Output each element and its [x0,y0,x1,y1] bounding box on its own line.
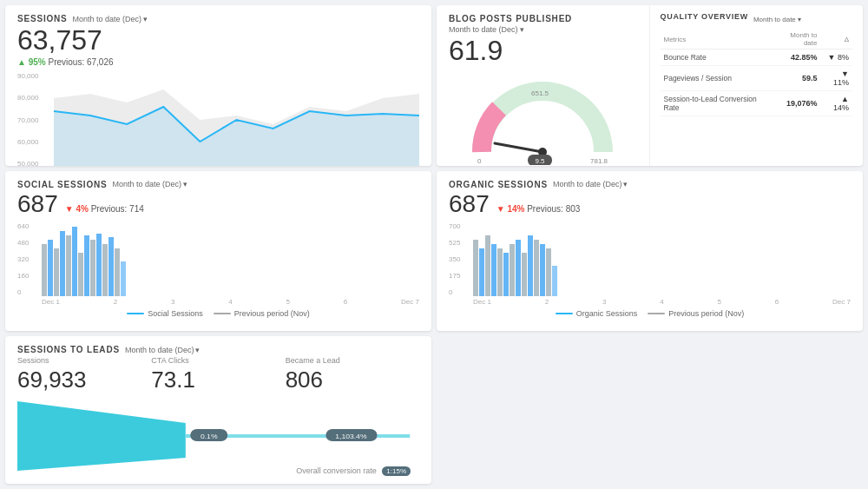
quality-overview: QUALITY OVERVIEW Month to date ▾ Metrics… [650,5,864,166]
leads-stat-cta: CTA Clicks 73.1 [151,356,285,393]
gauge-container: 0 781.8 651.5 9.5 [449,69,637,165]
funnel-area: 0.1% 1,103.4% Overall conversion rate 1:… [17,397,419,475]
organic-header: ORGANIC SESSIONS Month to date (Dec) ▾ [449,180,851,189]
blog-header: BLOG POSTS PUBLISHED [449,14,637,23]
social-stats: 687 4% Previous: 714 [17,191,419,220]
leads-sessions-label: Sessions [17,356,142,365]
social-legend: Social Sessions Previous period (Nov) [17,309,419,318]
conversion-badge: 1:15% [382,466,411,476]
col-delta: Δ [820,30,852,50]
legend-organic-sessions: Organic Sessions [556,309,638,318]
leads-card: SESSIONS TO LEADS Month to date (Dec) ▾ … [5,336,431,484]
organic-bars: 700 525 350 175 0 [449,222,851,296]
blog-left: BLOG POSTS PUBLISHED Month to date (Dec)… [437,5,650,166]
leads-cta-value: 73.1 [151,367,276,393]
svg-text:651.5: 651.5 [531,89,549,97]
social-pct: 4% [65,204,89,214]
social-card: SOCIAL SESSIONS Month to date (Dec) ▾ 68… [5,171,431,332]
organic-dropdown[interactable]: Month to date (Dec) ▾ [553,180,628,188]
social-bars: 640 480 320 160 0 [17,222,419,296]
leads-stat-sessions: Sessions 69,933 [17,356,151,393]
leads-cta-label: CTA Clicks [151,356,276,365]
organic-previous: Previous: 803 [527,204,580,214]
legend-social-sessions: Social Sessions [127,309,203,318]
organic-bar-groups [473,235,851,296]
sessions-change-pct: 95% [17,57,46,67]
sessions-y-axis: 90,000 80,000 70,000 60,000 50,000 [17,72,52,165]
organic-change: 14% Previous: 803 [496,204,581,214]
quality-table: Metrics Month to date Δ Bounce Rate 42.8… [661,30,853,116]
sessions-change: 95% Previous: 67,026 [17,57,419,67]
social-bar-groups [42,227,419,296]
leads-sessions-value: 69,933 [17,367,142,393]
legend-social-previous: Previous period (Nov) [214,309,310,318]
sessions-value: 63,757 [17,25,419,56]
quality-table-row: Pageviews / Session 59.5 ▼ 11% [661,66,853,91]
organic-value: 687 [449,191,490,218]
leads-became-value: 806 [286,367,411,393]
quality-table-row: Session-to-Lead Conversion Rate 19,076% … [661,91,853,116]
organic-y-axis: 700 525 350 175 0 [449,222,460,296]
sessions-card: SESSIONS Month to date (Dec) ▾ 63,757 95… [5,5,431,166]
sessions-previous: Previous: 67,026 [48,57,113,67]
col-value: Month to date [773,30,821,50]
sessions-chart-wrapper: 90,000 80,000 70,000 60,000 50,000 [17,72,419,165]
leads-header: SESSIONS TO LEADS Month to date (Dec) ▾ [17,345,419,354]
sessions-dropdown[interactable]: Month to date (Dec) ▾ [73,15,148,23]
blog-card: BLOG POSTS PUBLISHED Month to date (Dec)… [437,5,863,166]
organic-x-axis: Dec 1 2 3 4 5 6 Dec 7 [449,298,851,306]
organic-bar-chart: 700 525 350 175 0 Dec 1 2 3 4 5 6 Dec 7 [449,222,851,306]
social-dropdown[interactable]: Month to date (Dec) ▾ [113,180,188,188]
quality-table-row: Bounce Rate 42.85% ▼ 8% [661,50,853,66]
sessions-header: SESSIONS Month to date (Dec) ▾ [17,14,419,23]
blog-dropdown[interactable]: Month to date (Dec) ▾ [449,25,637,34]
svg-text:781.8: 781.8 [590,157,608,165]
dashboard: SESSIONS Month to date (Dec) ▾ 63,757 95… [0,0,868,489]
organic-pct: 14% [496,204,525,214]
conversion-rate: Overall conversion rate 1:15% [296,466,411,475]
sessions-title: SESSIONS [17,14,68,23]
social-x-axis: Dec 1 2 3 4 5 6 Dec 7 [17,298,419,306]
col-metrics: Metrics [661,30,773,50]
svg-text:1,103.4%: 1,103.4% [335,432,367,440]
svg-text:0: 0 [477,157,482,165]
organic-card: ORGANIC SESSIONS Month to date (Dec) ▾ 6… [437,171,863,332]
social-title: SOCIAL SESSIONS [17,180,108,189]
quality-table-header: Metrics Month to date Δ [661,30,853,50]
blog-value: 61.9 [449,36,637,66]
organic-stats: 687 14% Previous: 803 [449,191,851,220]
leads-dropdown[interactable]: Month to date (Dec) ▾ [125,346,201,354]
organic-legend: Organic Sessions Previous period (Nov) [449,309,851,318]
legend-organic-previous: Previous period (Nov) [648,309,744,318]
social-value: 687 [17,191,58,218]
leads-title: SESSIONS TO LEADS [17,345,120,354]
leads-stats-row: Sessions 69,933 CTA Clicks 73.1 Became a… [17,356,419,393]
social-change: 4% Previous: 714 [65,204,144,214]
organic-title: ORGANIC SESSIONS [449,180,548,189]
social-previous: Previous: 714 [91,204,144,214]
quality-header: QUALITY OVERVIEW Month to date ▾ [661,12,853,26]
svg-text:9.5: 9.5 [536,157,546,165]
social-y-axis: 640 480 320 160 0 [17,222,29,296]
blog-title: BLOG POSTS PUBLISHED [449,14,572,23]
svg-marker-9 [17,401,186,471]
social-header: SOCIAL SESSIONS Month to date (Dec) ▾ [17,180,419,189]
leads-became-label: Became a Lead [286,356,411,365]
leads-stat-became: Became a Lead 806 [286,356,419,393]
svg-text:0.1%: 0.1% [201,432,218,440]
social-bar-chart: 640 480 320 160 0 Dec 1 2 3 4 5 6 Dec 7 [17,222,419,306]
sessions-chart [54,72,419,165]
svg-line-2 [495,143,542,152]
quality-dropdown[interactable]: Month to date ▾ [753,16,801,23]
